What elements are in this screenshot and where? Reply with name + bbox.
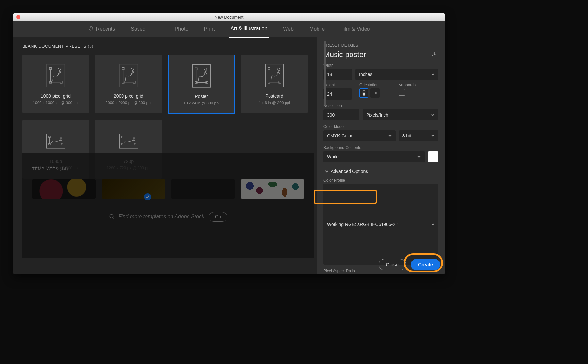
- tab-mobile[interactable]: Mobile: [308, 21, 326, 37]
- preset-name: 2000 pixel grid: [114, 93, 143, 99]
- presets-count: (6): [88, 44, 93, 49]
- height-label: Height: [323, 83, 356, 87]
- preset-name: 1000 pixel grid: [41, 93, 71, 99]
- colormode-select[interactable]: CMYK Color: [323, 130, 396, 141]
- tab-saved-label: Saved: [131, 26, 145, 32]
- category-tabs: Recents Saved Photo Print Art & Illustra…: [13, 21, 445, 37]
- background-label: Background Contents: [323, 145, 438, 150]
- template-thumbnail[interactable]: [171, 179, 235, 199]
- orientation-portrait-button[interactable]: [359, 88, 368, 98]
- tab-art-label: Art & Illustration: [230, 26, 267, 32]
- resolution-units-value: Pixels/Inch: [366, 112, 388, 118]
- document-icon: [45, 63, 66, 89]
- units-value: Inches: [359, 72, 372, 77]
- height-input[interactable]: 24: [323, 88, 352, 100]
- background-value: White: [327, 154, 339, 159]
- color-profile-label: Color Profile: [323, 178, 438, 182]
- search-icon: [109, 214, 115, 220]
- width-label: Width: [323, 63, 438, 68]
- close-button[interactable]: Close: [379, 259, 406, 270]
- resolution-input[interactable]: 300: [323, 109, 359, 120]
- svg-rect-30: [375, 92, 376, 94]
- color-profile-value: Working RGB: sRGB IEC61966-2.1: [327, 222, 399, 227]
- tab-web[interactable]: Web: [282, 21, 295, 37]
- chevron-down-icon: [417, 155, 421, 159]
- preset-card[interactable]: 2000 pixel grid 2000 x 2000 px @ 300 ppi: [95, 55, 162, 113]
- new-document-window: New Document Recents Saved Photo Print A…: [13, 13, 445, 274]
- preset-details-heading: PRESET DETAILS: [323, 43, 438, 48]
- document-icon: [45, 128, 66, 154]
- go-button[interactable]: Go: [209, 212, 227, 222]
- preset-dimensions: 2000 x 2000 px @ 300 ppi: [106, 101, 151, 105]
- clock-icon: [88, 26, 93, 32]
- svg-point-29: [374, 93, 375, 93]
- tab-divider: [160, 26, 160, 32]
- preset-card[interactable]: Poster 18 x 24 in @ 300 ppi: [168, 55, 235, 114]
- preset-details-panel: PRESET DETAILS Music poster Width 18 Inc…: [317, 37, 445, 274]
- templates-count: (14): [60, 166, 68, 171]
- orientation-landscape-button[interactable]: [370, 88, 380, 98]
- template-thumbnail[interactable]: [241, 179, 304, 199]
- preset-card[interactable]: Postcard 4 x 6 in @ 300 ppi: [241, 55, 308, 113]
- resolution-units-select[interactable]: Pixels/Inch: [363, 109, 438, 120]
- tab-film-label: Film & Video: [340, 26, 370, 32]
- tab-photo[interactable]: Photo: [173, 21, 190, 37]
- preset-card[interactable]: 1000 pixel grid 1000 x 1000 px @ 300 ppi: [22, 55, 89, 113]
- chevron-down-icon: [431, 134, 435, 138]
- chevron-down-icon: [431, 113, 435, 117]
- titlebar: New Document: [13, 13, 445, 21]
- document-icon: [264, 63, 285, 89]
- presets-heading-text: BLANK DOCUMENT PRESETS: [22, 44, 86, 49]
- artboards-checkbox[interactable]: [399, 89, 405, 96]
- template-thumbnail[interactable]: [32, 179, 96, 199]
- tab-film-video[interactable]: Film & Video: [339, 21, 371, 37]
- tab-web-label: Web: [283, 26, 294, 32]
- document-icon: [118, 128, 139, 154]
- background-select[interactable]: White: [323, 151, 425, 162]
- chevron-down-icon: [431, 72, 435, 76]
- tab-art-illustration[interactable]: Art & Illustration: [229, 21, 269, 38]
- template-synced-badge: [144, 193, 151, 200]
- templates-heading: TEMPLATES: [32, 166, 58, 171]
- save-preset-icon[interactable]: [431, 51, 438, 58]
- preset-dimensions: 18 x 24 in @ 300 ppi: [183, 101, 219, 105]
- preset-name: Poster: [195, 94, 208, 99]
- window-title: New Document: [13, 15, 445, 20]
- color-profile-select[interactable]: Working RGB: sRGB IEC61966-2.1: [323, 184, 438, 265]
- stock-search-placeholder: Find more templates on Adobe Stock: [118, 214, 204, 220]
- dialog-footer: Close Create: [379, 259, 440, 270]
- advanced-options-label: Advanced Options: [331, 169, 368, 174]
- preset-dimensions: 4 x 6 in @ 300 ppi: [258, 101, 290, 105]
- stock-search-input[interactable]: Find more templates on Adobe Stock: [109, 214, 204, 220]
- tab-recents[interactable]: Recents: [87, 21, 117, 37]
- artboards-label: Artboards: [399, 83, 428, 87]
- template-thumbnail[interactable]: [102, 179, 165, 199]
- tab-print[interactable]: Print: [203, 21, 216, 37]
- document-name-input[interactable]: Music poster: [323, 50, 366, 59]
- units-select[interactable]: Inches: [355, 69, 438, 80]
- document-icon: [191, 63, 212, 89]
- width-input[interactable]: 18: [323, 69, 352, 80]
- chevron-down-icon: [325, 169, 329, 173]
- advanced-options-toggle[interactable]: Advanced Options: [323, 167, 378, 176]
- colormode-label: Color Mode: [323, 124, 438, 129]
- create-button[interactable]: Create: [411, 259, 440, 270]
- presets-heading: BLANK DOCUMENT PRESETS (6): [22, 44, 307, 49]
- preset-name: Postcard: [265, 93, 283, 99]
- resolution-label: Resolution: [323, 103, 438, 108]
- svg-point-26: [364, 92, 365, 93]
- orientation-label: Orientation: [359, 83, 395, 87]
- close-window-button[interactable]: [16, 15, 20, 19]
- document-icon: [118, 63, 139, 89]
- colordepth-value: 8 bit: [402, 133, 411, 138]
- tab-saved[interactable]: Saved: [129, 21, 147, 37]
- tab-photo-label: Photo: [175, 26, 188, 32]
- chevron-down-icon: [388, 134, 392, 138]
- preset-dimensions: 1000 x 1000 px @ 300 ppi: [33, 101, 78, 105]
- scrollbar[interactable]: [324, 41, 326, 106]
- background-color-swatch[interactable]: [428, 151, 438, 162]
- colordepth-select[interactable]: 8 bit: [399, 130, 438, 141]
- colormode-value: CMYK Color: [327, 133, 352, 138]
- tab-mobile-label: Mobile: [309, 26, 325, 32]
- chevron-down-icon: [431, 222, 435, 226]
